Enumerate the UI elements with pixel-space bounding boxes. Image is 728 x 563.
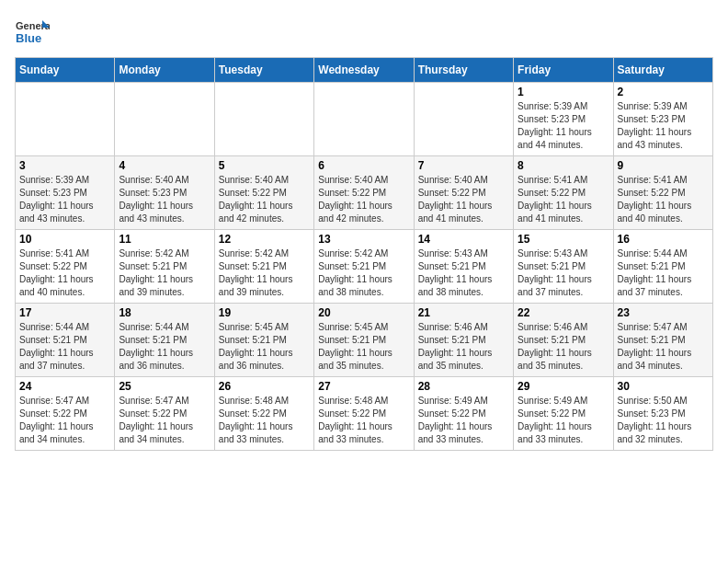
calendar-cell: 26Sunrise: 5:48 AM Sunset: 5:22 PM Dayli… [214, 377, 313, 451]
day-number: 30 [618, 380, 709, 393]
page-header: General Blue [15, 15, 713, 50]
week-row-5: 24Sunrise: 5:47 AM Sunset: 5:22 PM Dayli… [16, 377, 713, 451]
day-number: 16 [618, 233, 709, 246]
calendar-cell: 11Sunrise: 5:42 AM Sunset: 5:21 PM Dayli… [115, 230, 214, 304]
weekday-header-tuesday: Tuesday [214, 58, 313, 83]
day-number: 24 [19, 380, 110, 393]
weekday-header-thursday: Thursday [414, 58, 513, 83]
day-info: Sunrise: 5:44 AM Sunset: 5:21 PM Dayligh… [618, 247, 709, 299]
calendar-cell: 22Sunrise: 5:46 AM Sunset: 5:21 PM Dayli… [514, 304, 613, 377]
logo-bird-icon: General Blue [15, 15, 50, 50]
calendar-header-row: SundayMondayTuesdayWednesdayThursdayFrid… [16, 58, 713, 83]
day-number: 11 [119, 233, 210, 246]
calendar-cell: 25Sunrise: 5:47 AM Sunset: 5:22 PM Dayli… [115, 377, 214, 451]
day-info: Sunrise: 5:46 AM Sunset: 5:21 PM Dayligh… [418, 321, 509, 373]
week-row-2: 3Sunrise: 5:39 AM Sunset: 5:23 PM Daylig… [16, 156, 713, 230]
calendar-cell: 20Sunrise: 5:45 AM Sunset: 5:21 PM Dayli… [314, 304, 414, 377]
day-number: 22 [518, 306, 609, 319]
calendar-cell: 19Sunrise: 5:45 AM Sunset: 5:21 PM Dayli… [214, 304, 313, 377]
day-info: Sunrise: 5:46 AM Sunset: 5:21 PM Dayligh… [518, 321, 609, 373]
calendar-cell [414, 83, 513, 156]
day-info: Sunrise: 5:43 AM Sunset: 5:21 PM Dayligh… [518, 247, 609, 299]
weekday-header-sunday: Sunday [16, 58, 115, 83]
day-number: 2 [618, 86, 709, 98]
day-info: Sunrise: 5:41 AM Sunset: 5:22 PM Dayligh… [19, 247, 110, 299]
day-info: Sunrise: 5:41 AM Sunset: 5:22 PM Dayligh… [618, 174, 709, 225]
weekday-header-wednesday: Wednesday [314, 58, 414, 83]
day-number: 5 [219, 159, 310, 172]
day-info: Sunrise: 5:41 AM Sunset: 5:22 PM Dayligh… [518, 174, 609, 225]
day-info: Sunrise: 5:44 AM Sunset: 5:21 PM Dayligh… [19, 321, 110, 373]
calendar-cell: 16Sunrise: 5:44 AM Sunset: 5:21 PM Dayli… [613, 230, 712, 304]
day-info: Sunrise: 5:42 AM Sunset: 5:21 PM Dayligh… [119, 247, 210, 299]
calendar-cell: 8Sunrise: 5:41 AM Sunset: 5:22 PM Daylig… [514, 156, 613, 230]
weekday-header-friday: Friday [514, 58, 613, 83]
calendar-cell: 29Sunrise: 5:49 AM Sunset: 5:22 PM Dayli… [514, 377, 613, 451]
calendar-cell [314, 83, 414, 156]
calendar-cell: 7Sunrise: 5:40 AM Sunset: 5:22 PM Daylig… [414, 156, 513, 230]
calendar-cell: 30Sunrise: 5:50 AM Sunset: 5:23 PM Dayli… [613, 377, 712, 451]
day-info: Sunrise: 5:40 AM Sunset: 5:23 PM Dayligh… [119, 174, 210, 225]
calendar-cell: 21Sunrise: 5:46 AM Sunset: 5:21 PM Dayli… [414, 304, 513, 377]
weekday-header-monday: Monday [115, 58, 214, 83]
calendar-cell: 24Sunrise: 5:47 AM Sunset: 5:22 PM Dayli… [16, 377, 115, 451]
calendar-cell: 9Sunrise: 5:41 AM Sunset: 5:22 PM Daylig… [613, 156, 712, 230]
calendar-cell: 6Sunrise: 5:40 AM Sunset: 5:22 PM Daylig… [314, 156, 414, 230]
calendar-body: 1Sunrise: 5:39 AM Sunset: 5:23 PM Daylig… [16, 83, 713, 451]
calendar-cell [115, 83, 214, 156]
calendar-cell: 23Sunrise: 5:47 AM Sunset: 5:21 PM Dayli… [613, 304, 712, 377]
calendar-cell: 2Sunrise: 5:39 AM Sunset: 5:23 PM Daylig… [613, 83, 712, 156]
day-info: Sunrise: 5:48 AM Sunset: 5:22 PM Dayligh… [219, 395, 310, 446]
day-number: 13 [318, 233, 409, 246]
calendar-cell: 3Sunrise: 5:39 AM Sunset: 5:23 PM Daylig… [16, 156, 115, 230]
day-info: Sunrise: 5:49 AM Sunset: 5:22 PM Dayligh… [418, 395, 509, 446]
weekday-header-saturday: Saturday [613, 58, 712, 83]
day-info: Sunrise: 5:42 AM Sunset: 5:21 PM Dayligh… [219, 247, 310, 299]
day-number: 4 [119, 159, 210, 172]
day-number: 18 [119, 306, 210, 319]
day-info: Sunrise: 5:47 AM Sunset: 5:22 PM Dayligh… [119, 395, 210, 446]
day-number: 6 [318, 159, 409, 172]
day-number: 26 [219, 380, 310, 393]
day-info: Sunrise: 5:44 AM Sunset: 5:21 PM Dayligh… [119, 321, 210, 373]
calendar-cell: 12Sunrise: 5:42 AM Sunset: 5:21 PM Dayli… [214, 230, 313, 304]
day-info: Sunrise: 5:39 AM Sunset: 5:23 PM Dayligh… [618, 100, 709, 152]
day-info: Sunrise: 5:47 AM Sunset: 5:22 PM Dayligh… [19, 395, 110, 446]
day-info: Sunrise: 5:50 AM Sunset: 5:23 PM Dayligh… [618, 395, 709, 446]
day-number: 28 [418, 380, 509, 393]
day-number: 15 [518, 233, 609, 246]
day-info: Sunrise: 5:43 AM Sunset: 5:21 PM Dayligh… [418, 247, 509, 299]
day-number: 23 [618, 306, 709, 319]
calendar-table: SundayMondayTuesdayWednesdayThursdayFrid… [15, 57, 713, 451]
calendar-cell [16, 83, 115, 156]
calendar-cell: 28Sunrise: 5:49 AM Sunset: 5:22 PM Dayli… [414, 377, 513, 451]
day-number: 1 [518, 86, 609, 98]
calendar-cell: 5Sunrise: 5:40 AM Sunset: 5:22 PM Daylig… [214, 156, 313, 230]
calendar-cell: 13Sunrise: 5:42 AM Sunset: 5:21 PM Dayli… [314, 230, 414, 304]
calendar-cell: 1Sunrise: 5:39 AM Sunset: 5:23 PM Daylig… [514, 83, 613, 156]
day-info: Sunrise: 5:40 AM Sunset: 5:22 PM Dayligh… [219, 174, 310, 225]
day-info: Sunrise: 5:47 AM Sunset: 5:21 PM Dayligh… [618, 321, 709, 373]
week-row-3: 10Sunrise: 5:41 AM Sunset: 5:22 PM Dayli… [16, 230, 713, 304]
day-info: Sunrise: 5:40 AM Sunset: 5:22 PM Dayligh… [418, 174, 509, 225]
day-number: 7 [418, 159, 509, 172]
svg-text:Blue: Blue [16, 31, 41, 45]
day-info: Sunrise: 5:39 AM Sunset: 5:23 PM Dayligh… [19, 174, 110, 225]
day-number: 20 [318, 306, 409, 319]
calendar-cell: 17Sunrise: 5:44 AM Sunset: 5:21 PM Dayli… [16, 304, 115, 377]
day-number: 3 [19, 159, 110, 172]
day-number: 29 [518, 380, 609, 393]
day-number: 27 [318, 380, 409, 393]
day-number: 8 [518, 159, 609, 172]
day-info: Sunrise: 5:45 AM Sunset: 5:21 PM Dayligh… [219, 321, 310, 373]
day-info: Sunrise: 5:42 AM Sunset: 5:21 PM Dayligh… [318, 247, 409, 299]
calendar-cell: 14Sunrise: 5:43 AM Sunset: 5:21 PM Dayli… [414, 230, 513, 304]
day-number: 19 [219, 306, 310, 319]
logo: General Blue [15, 15, 50, 50]
day-number: 14 [418, 233, 509, 246]
day-number: 25 [119, 380, 210, 393]
calendar-cell: 4Sunrise: 5:40 AM Sunset: 5:23 PM Daylig… [115, 156, 214, 230]
day-info: Sunrise: 5:45 AM Sunset: 5:21 PM Dayligh… [318, 321, 409, 373]
day-info: Sunrise: 5:48 AM Sunset: 5:22 PM Dayligh… [318, 395, 409, 446]
day-number: 12 [219, 233, 310, 246]
